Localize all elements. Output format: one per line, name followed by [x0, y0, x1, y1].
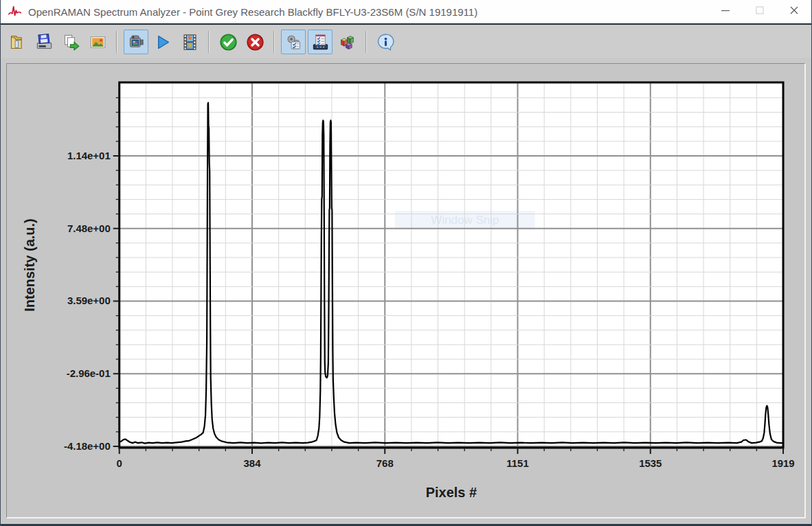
check-icon	[219, 33, 238, 52]
film-icon	[181, 33, 199, 52]
y-tick-label: 3.59e+00	[67, 295, 111, 306]
export-button[interactable]	[58, 30, 83, 54]
app-window: OpenRAMAN Spectrum Analyzer - Point Grey…	[0, 0, 812, 526]
toolbar-separator	[208, 31, 210, 53]
title-bar[interactable]: OpenRAMAN Spectrum Analyzer - Point Grey…	[1, 0, 811, 25]
toolbar-separator	[365, 31, 367, 53]
x-tick-label: 1919	[771, 457, 794, 469]
cancel-icon	[246, 33, 264, 52]
histogram-button[interactable]	[335, 30, 359, 54]
save-button[interactable]	[32, 30, 56, 54]
y-tick-label: -2.96e-01	[67, 367, 111, 379]
snapshot-button[interactable]	[85, 30, 110, 54]
x-tick-label: 768	[376, 457, 394, 469]
minimize-button[interactable]	[708, 0, 743, 23]
y-tick-label: -4.18e+00	[64, 440, 111, 452]
open-file-button[interactable]	[5, 30, 30, 54]
maximize-icon	[755, 5, 765, 18]
camera-button[interactable]	[124, 30, 148, 54]
record-button[interactable]	[177, 30, 202, 54]
x-tick-label: 0	[117, 457, 122, 469]
spectrum-chart-svg: Window Snip0384768115115351919-4.18e+00-…	[7, 64, 804, 517]
x-tick-label: 1151	[506, 457, 528, 469]
cancel-button[interactable]	[243, 30, 267, 54]
toolbar	[1, 26, 811, 58]
acquisition-settings-button[interactable]	[308, 30, 332, 54]
info-icon	[376, 33, 395, 52]
export-icon	[62, 33, 80, 52]
about-button[interactable]	[373, 30, 398, 54]
accept-button[interactable]	[216, 30, 240, 54]
watermark-text: Window Snip	[431, 214, 499, 227]
minimize-icon	[721, 5, 730, 18]
y-tick-label: 7.48e+00	[67, 222, 111, 234]
y-axis-title: Intensity (a.u.)	[22, 218, 37, 311]
checklist-icon	[311, 33, 330, 52]
camera-settings-button[interactable]	[281, 30, 306, 54]
x-axis-title: Pixels #	[426, 485, 477, 500]
chart-panel: Window Snip0384768115115351919-4.18e+00-…	[6, 63, 806, 518]
image-icon	[89, 33, 107, 52]
maximize-button[interactable]	[743, 0, 777, 23]
play-button[interactable]	[150, 30, 175, 54]
x-tick-label: 384	[244, 457, 262, 469]
play-icon	[154, 33, 172, 52]
spectrum-chart: Window Snip0384768115115351919-4.18e+00-…	[7, 64, 804, 517]
window-title: OpenRAMAN Spectrum Analyzer - Point Grey…	[28, 6, 477, 18]
raman-signal-icon	[8, 4, 23, 19]
toolbar-separator	[116, 31, 117, 53]
plot-area	[120, 82, 783, 448]
close-button[interactable]	[777, 0, 811, 23]
gear-checklist-icon	[284, 33, 303, 52]
x-tick-label: 1535	[639, 457, 662, 469]
close-icon	[789, 5, 799, 18]
camera-icon	[127, 33, 146, 52]
folder-icon	[8, 33, 27, 52]
toolbar-separator	[273, 31, 275, 53]
save-icon	[35, 33, 54, 52]
main-area: Window Snip0384768115115351919-4.18e+00-…	[1, 58, 811, 526]
blocks-icon	[338, 33, 357, 52]
y-tick-label: 1.14e+01	[67, 150, 111, 161]
window-controls	[708, 0, 811, 23]
